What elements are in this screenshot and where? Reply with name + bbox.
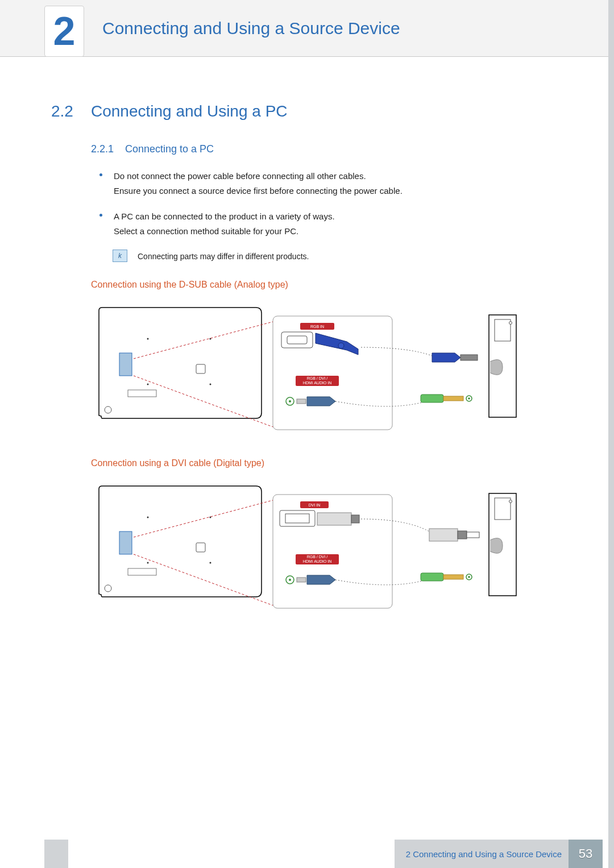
chapter-badge: 2 [44, 6, 84, 57]
list-item: Do not connect the power cable before co… [99, 169, 557, 198]
svg-point-56 [509, 500, 512, 503]
svg-rect-44 [297, 578, 306, 582]
port-label: RGB IN [310, 325, 324, 329]
bullet-line: Ensure you connect a source device first… [114, 186, 403, 196]
footer-accent [44, 840, 68, 868]
svg-rect-20 [421, 394, 443, 402]
port-label: HDMI AUDIO IN [303, 381, 332, 385]
svg-point-3 [210, 384, 211, 385]
section-heading: 2.2 Connecting and Using a PC [51, 102, 557, 121]
dvi-connector-icon [280, 510, 359, 526]
svg-rect-38 [285, 514, 309, 523]
chapter-header: 2 Connecting and Using a Source Device [0, 0, 608, 57]
svg-rect-32 [128, 568, 156, 575]
subsection-number: 2.2.1 [91, 143, 125, 155]
svg-rect-11 [287, 336, 307, 344]
svg-rect-50 [421, 573, 443, 581]
bullet-text: A PC can be connected to the product in … [114, 209, 335, 238]
svg-rect-21 [443, 396, 463, 401]
footer-chapter-ref: 2 Connecting and Using a Source Device [395, 840, 569, 868]
connection-diagram-dvi: DVI IN RGB / DVI / HDMI AUDIO IN [91, 477, 523, 620]
svg-point-30 [210, 562, 211, 564]
svg-rect-51 [443, 575, 463, 579]
svg-rect-47 [429, 529, 458, 541]
page: 2 Connecting and Using a Source Device 2… [0, 0, 614, 868]
page-footer: 2 Connecting and Using a Source Device 5… [0, 840, 603, 868]
svg-point-43 [289, 579, 291, 581]
monitor-rear-icon [99, 308, 262, 418]
port-label: HDMI AUDIO IN [303, 559, 332, 563]
svg-point-2 [147, 384, 149, 385]
svg-rect-4 [119, 353, 132, 376]
note: k Connecting parts may differ in differe… [113, 250, 557, 263]
svg-rect-55 [495, 498, 511, 520]
bullet-line: Do not connect the power cable before co… [114, 171, 366, 181]
audio-plug-icon [421, 394, 472, 402]
svg-rect-33 [196, 543, 205, 552]
list-item: A PC can be connected to the product in … [99, 209, 557, 238]
note-icon: k [113, 250, 127, 262]
svg-point-12 [338, 343, 344, 348]
bullet-line: A PC can be connected to the product in … [114, 211, 335, 221]
subsection-heading: 2.2.1 Connecting to a PC [91, 143, 557, 155]
svg-rect-25 [495, 319, 511, 341]
pc-tower-icon [489, 315, 516, 417]
dsub-plug-icon [432, 353, 478, 362]
svg-point-7 [105, 406, 111, 413]
section-title: Connecting and Using a PC [91, 102, 288, 121]
pc-tower-icon [489, 493, 516, 596]
svg-point-27 [147, 517, 149, 518]
chapter-title: Connecting and Using a Source Device [102, 19, 400, 38]
content-area: 2.2 Connecting and Using a PC 2.2.1 Conn… [0, 57, 608, 620]
svg-point-53 [468, 576, 470, 578]
chapter-number: 2 [53, 11, 76, 51]
bullet-list: Do not connect the power cable before co… [99, 169, 557, 238]
svg-point-23 [468, 397, 470, 400]
port-label: DVI IN [309, 503, 321, 507]
svg-point-29 [147, 562, 149, 564]
audio-plug-icon [421, 573, 472, 581]
page-number: 53 [569, 840, 603, 868]
port-label: RGB / DVI / [307, 376, 328, 380]
diagram-heading: Connection using the D-SUB cable (Analog… [91, 280, 557, 290]
svg-rect-5 [128, 390, 156, 397]
svg-rect-16 [297, 399, 306, 404]
note-text: Connecting parts may differ in different… [138, 250, 309, 263]
svg-rect-40 [351, 515, 359, 523]
diagram-heading: Connection using a DVI cable (Digital ty… [91, 458, 557, 468]
footer-text: 2 Connecting and Using a Source Device [406, 849, 562, 859]
svg-point-26 [509, 322, 512, 325]
port-label: RGB / DVI / [307, 555, 328, 559]
svg-rect-6 [196, 364, 205, 373]
svg-rect-49 [467, 532, 479, 538]
section-number: 2.2 [51, 102, 91, 121]
svg-rect-39 [317, 513, 351, 525]
svg-rect-19 [460, 355, 478, 360]
svg-point-34 [105, 585, 111, 592]
svg-point-0 [147, 338, 149, 340]
subsection-title: Connecting to a PC [125, 143, 214, 155]
connection-diagram-dsub: RGB IN RGB / DVI / HDMI AUDIO IN [91, 299, 523, 441]
bullet-line: Select a connection method suitable for … [114, 226, 298, 236]
monitor-rear-icon [99, 486, 262, 597]
bullet-text: Do not connect the power cable before co… [114, 169, 403, 198]
bullet-icon [99, 173, 102, 176]
bullet-icon [99, 214, 102, 217]
svg-point-15 [289, 400, 291, 402]
dvi-plug-icon [429, 529, 479, 541]
svg-rect-48 [458, 531, 467, 539]
svg-rect-31 [119, 531, 132, 554]
